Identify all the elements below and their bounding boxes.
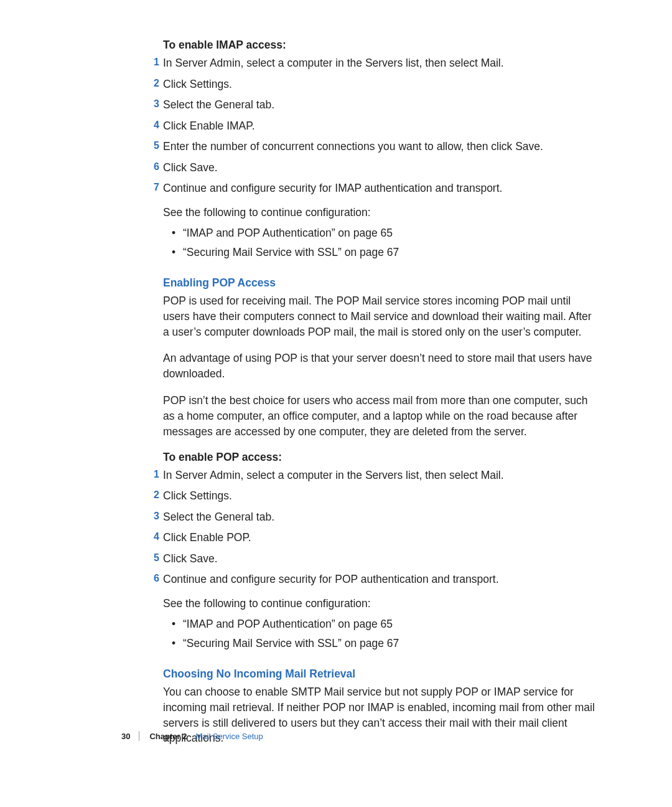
footer-divider [139,731,139,741]
step-item: Select the General tab. [148,509,597,525]
step-item: Click Save. [148,160,597,176]
no-incoming-heading: Choosing No Incoming Mail Retrieval [163,668,597,681]
imap-heading: To enable IMAP access: [163,39,597,52]
bullet-item: “IMAP and POP Authentication” on page 65 [172,225,597,241]
step-item: Click Save. [148,551,597,567]
step-item: In Server Admin, select a computer in th… [148,55,597,71]
imap-bullets: “IMAP and POP Authentication” on page 65… [172,225,597,260]
pop-section-heading: Enabling POP Access [163,276,597,290]
step-item: Click Settings. [148,488,597,504]
pop-paragraph-2: An advantage of using POP is that your s… [163,351,597,382]
step-item: Click Settings. [148,77,597,92]
step-item: Click Enable IMAP. [148,118,597,134]
step-item: Continue and configure security for POP … [148,572,597,587]
step-item: Select the General tab. [148,97,597,113]
page-number: 30 [121,732,130,741]
pop-continue-text: See the following to continue configurat… [163,596,597,611]
chapter-label: Chapter 2 [149,732,187,741]
pop-heading: To enable POP access: [163,451,597,464]
bullet-item: “IMAP and POP Authentication” on page 65 [172,616,597,632]
step-item: Click Enable POP. [148,530,597,545]
step-item: Enter the number of concurrent connectio… [148,139,597,154]
page-footer: 30 Chapter 2 Mail Service Setup [121,731,263,741]
imap-continue-text: See the following to continue configurat… [163,205,597,220]
pop-steps: In Server Admin, select a computer in th… [148,468,597,587]
chapter-title: Mail Service Setup [195,732,263,741]
imap-steps: In Server Admin, select a computer in th… [148,55,597,196]
bullet-item: “Securing Mail Service with SSL” on page… [172,635,597,651]
step-item: Continue and configure security for IMAP… [148,181,597,196]
step-item: In Server Admin, select a computer in th… [148,468,597,483]
pop-bullets: “IMAP and POP Authentication” on page 65… [172,616,597,651]
page-content: To enable IMAP access: In Server Admin, … [0,0,672,746]
bullet-item: “Securing Mail Service with SSL” on page… [172,244,597,260]
pop-paragraph-1: POP is used for receiving mail. The POP … [163,293,597,340]
pop-paragraph-3: POP isn’t the best choice for users who … [163,393,597,440]
